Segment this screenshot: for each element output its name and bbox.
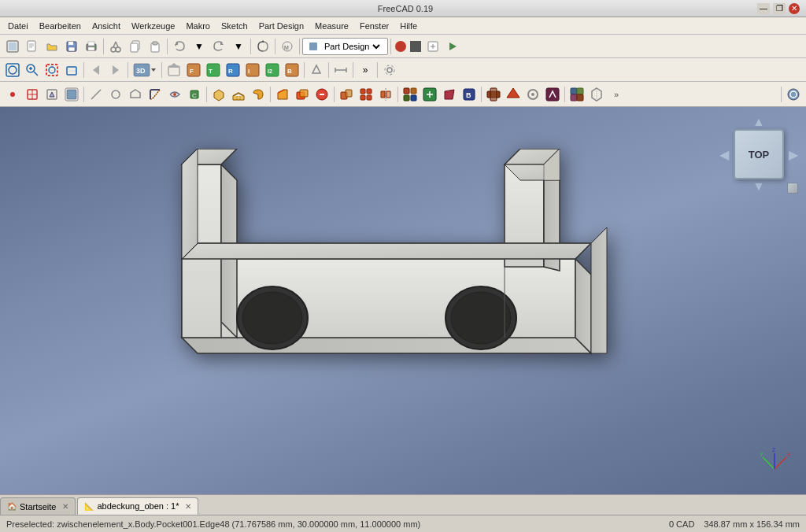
tab-abdeckung-close[interactable]: ✕	[185, 502, 191, 511]
minimize-button[interactable]: —	[757, 3, 770, 14]
tb-pd-extra4-btn[interactable]	[484, 85, 503, 104]
tb-pd-circle-btn[interactable]	[106, 85, 125, 104]
menu-werkzeuge[interactable]: Werkzeuge	[127, 20, 179, 32]
tb-pd-array-btn[interactable]	[357, 85, 375, 104]
svg-marker-75	[131, 90, 140, 98]
tb-pd-extra9-btn[interactable]	[587, 85, 606, 104]
tb-iso-view-btn[interactable]: I	[243, 61, 262, 79]
tb-pd-attach-btn[interactable]	[43, 85, 61, 104]
tb-pd-body-btn[interactable]	[62, 85, 81, 104]
tb-redo-dropdown-btn[interactable]: ▼	[229, 37, 248, 56]
tb-new-btn[interactable]	[23, 37, 42, 56]
menu-datei[interactable]: Datei	[3, 20, 33, 32]
tb-pd-mirror-btn[interactable]	[376, 85, 395, 104]
tb-zoom-all-btn[interactable]	[3, 61, 22, 79]
tb-pd-extra1-btn[interactable]	[420, 85, 439, 104]
tb-more-btn[interactable]: »	[356, 61, 375, 79]
tb-pd-pad-btn[interactable]	[209, 85, 228, 104]
navigation-cube[interactable]: ▲ ▼ ◀ ▶ TOP	[719, 115, 798, 194]
tb-macro-btn[interactable]: M	[278, 37, 297, 56]
tb-pd-fillet-btn[interactable]	[146, 85, 165, 104]
tab-startseite-close[interactable]: ✕	[62, 502, 68, 511]
tb-undo-btn[interactable]	[170, 37, 189, 56]
tb-pd-poly-btn[interactable]	[126, 85, 145, 104]
tb-stop-btn[interactable]	[410, 41, 421, 52]
menu-partdesign[interactable]: Part Design	[254, 20, 309, 32]
tb-3d-dropdown-btn[interactable]: 3D	[131, 61, 159, 79]
tb-front-view-btn[interactable]: F	[184, 61, 203, 79]
close-button[interactable]: ✕	[789, 3, 800, 14]
tb-nav-back-btn[interactable]	[87, 61, 105, 79]
tb-right-view-btn[interactable]: R	[224, 61, 242, 79]
tb-wireframe-btn[interactable]	[307, 61, 326, 79]
svg-marker-46	[151, 68, 156, 72]
tb-pd-clone-btn[interactable]	[337, 85, 356, 104]
tb-home-view-btn[interactable]	[165, 61, 183, 79]
tb-pd-pocket-btn[interactable]	[229, 85, 248, 104]
tb-redo-btn[interactable]	[209, 37, 228, 56]
tb-pd-trim-btn[interactable]	[165, 85, 184, 104]
nav-left-arrow[interactable]: ◀	[719, 147, 729, 162]
tb-back-view-btn[interactable]: B	[283, 61, 301, 79]
tb-arrow-btn[interactable]	[443, 37, 462, 56]
tb-undo-dropdown-btn[interactable]: ▼	[190, 37, 209, 56]
nav-cube-face[interactable]: TOP	[734, 129, 784, 179]
tb-edit-btn[interactable]	[423, 37, 442, 56]
tb-paste-btn[interactable]	[146, 37, 165, 56]
tb-open-btn[interactable]	[43, 37, 61, 56]
restore-button[interactable]: ❐	[773, 3, 786, 14]
window-controls: — ❐ ✕	[757, 3, 800, 14]
tb-settings-btn[interactable]	[380, 61, 399, 79]
tb-pd-extra2-btn[interactable]	[440, 85, 459, 104]
tb-save-btn[interactable]	[62, 37, 81, 56]
tb-pd-overflow-btn[interactable]: »	[607, 85, 626, 104]
svg-rect-106	[577, 88, 583, 94]
tb-pd-boolean-btn[interactable]	[293, 85, 312, 104]
menu-ansicht[interactable]: Ansicht	[87, 20, 125, 32]
tb-pd-feature-btn[interactable]	[312, 85, 331, 104]
tb-record-btn[interactable]	[395, 41, 406, 52]
tb-zoom-in-btn[interactable]	[23, 61, 42, 79]
workbench-dropdown[interactable]: Part Design Sketcher TechDraw	[302, 38, 388, 55]
tb-pd-line-btn[interactable]	[87, 85, 105, 104]
menu-sketch[interactable]: Sketch	[216, 20, 253, 32]
tb-pd-extra7-btn[interactable]	[543, 85, 562, 104]
tb-measure-linear-btn[interactable]	[331, 61, 350, 79]
tb-pd-point-btn[interactable]	[3, 85, 22, 104]
menu-measure[interactable]: Measure	[310, 20, 353, 32]
tb-pd-last-btn[interactable]	[784, 85, 803, 104]
tb-iso2-view-btn[interactable]: I2	[263, 61, 282, 79]
tb-refresh-btn[interactable]	[253, 37, 272, 56]
menu-hilfe[interactable]: Hilfe	[395, 20, 422, 32]
nav-down-arrow[interactable]: ▼	[752, 179, 765, 194]
tb-print-btn[interactable]	[82, 37, 101, 56]
tb-pd-rev-btn[interactable]	[249, 85, 268, 104]
tb-pd-constraint-btn[interactable]: C	[185, 85, 204, 104]
svg-point-76	[173, 93, 176, 96]
tb-sep-15	[206, 87, 207, 102]
tb-pd-more-btn[interactable]	[401, 85, 420, 104]
tb-pd-sketch-btn[interactable]	[23, 85, 42, 104]
tb-pd-extra5-btn[interactable]	[504, 85, 523, 104]
tb-select-btn[interactable]	[3, 37, 22, 56]
tab-startseite[interactable]: 🏠 Startseite ✕	[0, 497, 76, 515]
tb-nav-fwd-btn[interactable]	[106, 61, 125, 79]
tb-pd-extra3-btn[interactable]: B	[460, 85, 479, 104]
tb-top-view-btn[interactable]: T	[204, 61, 223, 79]
menu-fenster[interactable]: Fenster	[355, 20, 394, 32]
tb-copy-btn[interactable]	[126, 37, 145, 56]
tb-zoom-box-btn[interactable]	[62, 61, 81, 79]
nav-up-arrow[interactable]: ▲	[752, 115, 765, 129]
tb-pd-extra8-btn[interactable]	[568, 85, 586, 104]
workbench-select[interactable]: Part Design Sketcher TechDraw	[321, 41, 383, 52]
tb-pd-extra6-btn[interactable]	[523, 85, 542, 104]
tb-zoom-sel-btn[interactable]	[43, 61, 61, 79]
svg-text:M: M	[284, 45, 289, 50]
tb-pd-chamfer-btn[interactable]	[273, 85, 292, 104]
viewport[interactable]: ▲ ▼ ◀ ▶ TOP X Y Z	[0, 107, 806, 494]
menu-bearbeiten[interactable]: Bearbeiten	[35, 20, 86, 32]
tb-cut-btn[interactable]	[106, 37, 125, 56]
tab-abdeckung[interactable]: 📐 abdeckung_oben : 1* ✕	[77, 497, 198, 515]
menu-makro[interactable]: Makro	[181, 20, 215, 32]
nav-right-arrow[interactable]: ▶	[789, 147, 798, 162]
